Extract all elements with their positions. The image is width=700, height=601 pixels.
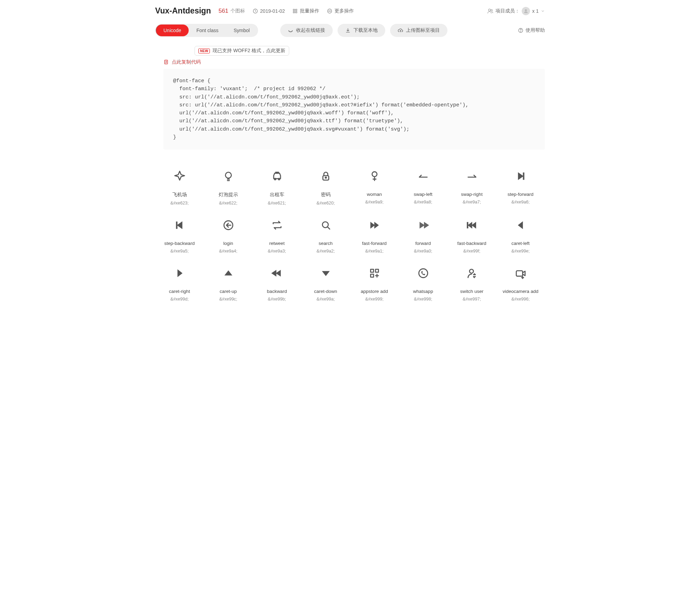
icon-name: fast-forward <box>362 241 387 246</box>
fast-backward-icon <box>466 217 478 233</box>
svg-rect-28 <box>370 274 373 277</box>
icon-cell-videocamera-add[interactable]: videocamera add&#xe996; <box>496 265 545 302</box>
caret-down-icon <box>320 265 332 281</box>
date-display[interactable]: 2019-01-02 <box>253 8 285 14</box>
help-link[interactable]: 使用帮助 <box>518 27 545 34</box>
copy-code-link[interactable]: 点此复制代码 <box>163 59 545 65</box>
svg-point-29 <box>419 269 428 278</box>
icon-cell-search[interactable]: search&#xe9a2; <box>301 217 350 254</box>
batch-action[interactable]: 批量操作 <box>292 8 319 14</box>
icon-cell-swap-right[interactable]: swap-right&#xe9a7; <box>447 168 496 206</box>
icon-cell-step-forward[interactable]: step-forward&#xe9a6; <box>496 168 545 206</box>
grid-icon <box>292 8 298 14</box>
icon-name: woman <box>367 192 382 197</box>
upload-label: 上传图标至项目 <box>406 27 440 34</box>
svg-point-15 <box>225 172 231 178</box>
fast-forward-icon <box>369 217 380 233</box>
caret-up-icon <box>223 265 234 281</box>
icon-name: login <box>223 241 233 246</box>
svg-rect-1 <box>293 9 295 10</box>
date-text: 2019-01-02 <box>260 8 285 14</box>
icon-code: &#xe996; <box>511 297 530 302</box>
airplane-icon <box>174 168 186 184</box>
icon-name: caret-up <box>220 289 237 294</box>
icon-name: whatsapp <box>413 289 433 294</box>
tab-symbol[interactable]: Symbol <box>226 25 257 36</box>
code-panel[interactable]: @font-face { font-family: 'vuxant'; /* p… <box>163 69 545 150</box>
icon-cell-fast-backward[interactable]: fast-backward&#xe99f; <box>447 217 496 254</box>
format-segment: Unicode Font class Symbol <box>155 24 258 37</box>
retweet-icon <box>271 217 283 233</box>
icon-code: &#xe9a7; <box>463 200 481 204</box>
icon-cell-caret-up[interactable]: caret-up&#xe99c; <box>204 265 253 302</box>
icon-cell-bulb[interactable]: 灯泡提示&#xe622; <box>204 168 253 206</box>
icon-cell-lock[interactable]: 密码&#xe620; <box>301 168 350 206</box>
icon-name: videocamera add <box>503 289 539 294</box>
icon-code: &#xe998; <box>414 297 432 302</box>
svg-point-7 <box>330 11 330 11</box>
icon-code: &#xe99a; <box>316 297 335 302</box>
eye-closed-icon <box>288 28 293 33</box>
project-title: Vux-Antdesign <box>155 6 211 16</box>
bulb-icon <box>223 168 234 184</box>
icon-cell-caret-right[interactable]: caret-right&#xe99d; <box>155 265 204 302</box>
svg-rect-21 <box>523 173 524 180</box>
icon-cell-switch-user[interactable]: switch user&#xe997; <box>447 265 496 302</box>
icon-cell-swap-left[interactable]: swap-left&#xe9a8; <box>399 168 447 206</box>
step-backward-icon <box>174 217 186 233</box>
icon-cell-airplane[interactable]: 飞机场&#xe623; <box>155 168 204 206</box>
icon-cell-taxi[interactable]: 出租车&#xe621; <box>253 168 301 206</box>
icon-code: &#xe621; <box>268 201 286 206</box>
icon-code: &#xe99d; <box>170 297 189 302</box>
upload-button[interactable]: 上传图标至项目 <box>390 24 447 37</box>
svg-rect-26 <box>370 269 373 273</box>
more-label: 更多操作 <box>334 8 354 14</box>
icon-name: 灯泡提示 <box>219 192 238 198</box>
members-label: 项目成员： <box>495 8 520 14</box>
icon-cell-fast-forward[interactable]: fast-forward&#xe9a1; <box>350 217 399 254</box>
woff2-notice-row: NEW 现已支持 WOFF2 格式，点此更新 <box>195 46 545 56</box>
caret-right-icon <box>174 265 186 281</box>
caret-left-icon <box>515 217 527 233</box>
icon-cell-caret-down[interactable]: caret-down&#xe99a; <box>301 265 350 302</box>
icon-code: &#xe623; <box>170 201 189 206</box>
icon-cell-backward[interactable]: backward&#xe99b; <box>253 265 301 302</box>
icon-cell-retweet[interactable]: retweet&#xe9a3; <box>253 217 301 254</box>
icon-cell-whatsapp[interactable]: whatsapp&#xe998; <box>399 265 447 302</box>
woman-icon <box>369 168 380 184</box>
icon-name: 飞机场 <box>172 192 187 198</box>
icon-name: fast-backward <box>457 241 486 246</box>
collapse-link-button[interactable]: 收起在线链接 <box>280 24 333 37</box>
icon-code: &#xe622; <box>219 201 237 206</box>
more-action[interactable]: 更多操作 <box>327 8 354 14</box>
download-button[interactable]: 下载至本地 <box>338 24 385 37</box>
swap-left-icon <box>417 168 429 184</box>
woff2-notice[interactable]: NEW 现已支持 WOFF2 格式，点此更新 <box>195 46 289 56</box>
icon-cell-forward[interactable]: forward&#xe9a0; <box>399 217 447 254</box>
icon-cell-caret-left[interactable]: caret-left&#xe99e; <box>496 217 545 254</box>
svg-rect-2 <box>296 9 297 10</box>
icon-cell-appstore-add[interactable]: appstore add&#xe999; <box>350 265 399 302</box>
help-label: 使用帮助 <box>526 27 545 34</box>
members-display[interactable]: 项目成员： x 1 <box>487 7 545 15</box>
icon-name: appstore add <box>361 289 388 294</box>
avatar <box>522 7 530 15</box>
icon-name: swap-right <box>461 192 482 197</box>
svg-rect-4 <box>296 11 297 13</box>
icon-name: 出租车 <box>270 192 284 198</box>
appstore-add-icon <box>369 265 380 281</box>
icon-cell-woman[interactable]: woman&#xe9a9; <box>350 168 399 206</box>
icon-code: &#xe9a3; <box>268 249 286 254</box>
icon-code: &#xe9a9; <box>365 200 384 204</box>
svg-point-30 <box>469 269 473 273</box>
svg-rect-31 <box>516 271 522 276</box>
icon-cell-step-backward[interactable]: step-backward&#xe9a5; <box>155 217 204 254</box>
icon-code: &#xe620; <box>316 201 335 206</box>
svg-point-6 <box>329 11 329 11</box>
icon-name: caret-left <box>511 241 530 246</box>
icon-code: &#xe99c; <box>219 297 237 302</box>
icon-cell-login[interactable]: login&#xe9a4; <box>204 217 253 254</box>
tab-unicode[interactable]: Unicode <box>156 25 189 36</box>
svg-point-11 <box>525 9 527 11</box>
tab-fontclass[interactable]: Font class <box>189 25 226 36</box>
